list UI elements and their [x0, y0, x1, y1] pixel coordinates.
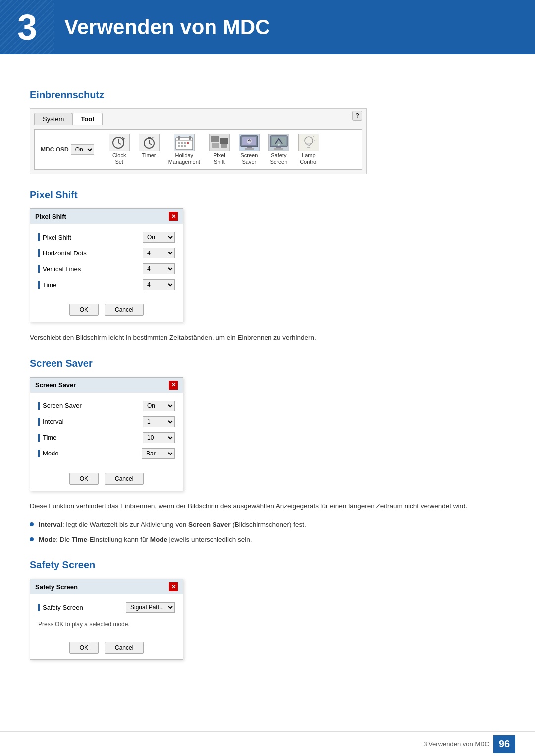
pixel-shift-row-0: Pixel Shift OnOff: [38, 232, 175, 243]
svg-rect-23: [221, 144, 227, 148]
lamp-control-icon-item[interactable]: Lamp Control: [298, 134, 319, 165]
safety-screen-title-bar: Safety Screen ✕: [30, 579, 183, 594]
screen-saver-close-button[interactable]: ✕: [169, 381, 178, 390]
screen-saver-footer: OK Cancel: [30, 469, 183, 491]
safety-screen-field-0: Safety Screen: [43, 604, 83, 611]
pixel-shift-icon: [209, 134, 230, 151]
screen-saver-dialog: Screen Saver ✕ Screen Saver OnOff Interv…: [30, 377, 183, 491]
mode-bold-2: Mode: [150, 536, 167, 543]
bullet-dot-2: [30, 537, 34, 541]
page-header: 3 Verwenden von MDC: [0, 0, 535, 54]
pixel-shift-cancel-button[interactable]: Cancel: [105, 304, 144, 316]
pixel-shift-close-button[interactable]: ✕: [169, 212, 178, 221]
timer-icon: [139, 134, 160, 151]
svg-rect-13: [178, 142, 180, 144]
svg-point-31: [278, 144, 280, 146]
pixel-shift-heading: Pixel Shift: [30, 189, 505, 201]
clock-set-label: Clock Set: [112, 152, 126, 165]
pixel-shift-content: Pixel Shift OnOff Horizontal Dots 4812: [30, 224, 183, 300]
svg-rect-12: [189, 136, 191, 140]
svg-rect-33: [274, 148, 283, 150]
screen-saver-field-3: Mode: [43, 450, 59, 457]
safety-screen-close-button[interactable]: ✕: [169, 582, 178, 591]
screen-saver-heading: Screen Saver: [30, 358, 505, 369]
pixel-shift-row-2: Vertical Lines 4812: [38, 263, 175, 274]
safety-screen-ok-button[interactable]: OK: [69, 642, 99, 654]
chapter-number: 3: [17, 7, 37, 48]
pixel-shift-select-1[interactable]: 4812: [143, 248, 175, 258]
pixel-shift-row-1: Horizontal Dots 4812: [38, 248, 175, 258]
clock-set-icon-item[interactable]: Clock Set: [109, 134, 130, 165]
clock-set-icon: [109, 134, 130, 151]
pixel-shift-ok-button[interactable]: OK: [69, 304, 99, 316]
toolbar-tabs: System Tool: [34, 113, 362, 125]
pixel-shift-icon-item[interactable]: Pixel Shift: [209, 134, 230, 165]
svg-rect-18: [181, 145, 183, 147]
help-button[interactable]: ?: [352, 111, 362, 121]
label-bar-2: [38, 265, 40, 273]
screen-saver-label: Screen Saver: [240, 152, 258, 165]
svg-rect-14: [181, 142, 183, 144]
screen-saver-cancel-button[interactable]: Cancel: [105, 473, 144, 485]
tab-tool[interactable]: Tool: [72, 113, 102, 125]
svg-rect-20: [211, 136, 219, 142]
safety-screen-select-0[interactable]: Signal Patt... Scroll Gradation: [126, 602, 175, 613]
pixel-shift-dialog-title: Pixel Shift: [35, 213, 66, 220]
screen-saver-row-1: Interval 123: [38, 416, 175, 427]
screen-saver-ok-button[interactable]: OK: [69, 473, 99, 485]
pixel-shift-field-label-1: Horizontal Dots: [43, 250, 87, 257]
mdc-osd-select[interactable]: On Off: [71, 144, 94, 155]
screen-saver-icon: [239, 134, 260, 151]
svg-rect-19: [184, 145, 186, 147]
safety-screen-heading: Safety Screen: [30, 559, 505, 571]
holiday-icon: [174, 134, 195, 151]
screen-saver-field-2: Time: [43, 434, 56, 441]
safety-screen-row-0: Safety Screen Signal Patt... Scroll Grad…: [38, 602, 175, 613]
screen-saver-description: Diese Funktion verhindert das Einbrennen…: [30, 501, 505, 512]
pixel-shift-label-2: Vertical Lines: [38, 265, 81, 273]
safety-screen-dialog-title: Safety Screen: [35, 583, 78, 591]
holiday-icon-item[interactable]: Holiday Management: [168, 134, 200, 165]
holiday-label: Holiday Management: [168, 152, 200, 165]
pixel-shift-footer: OK Cancel: [30, 300, 183, 322]
mode-bold: Mode: [39, 536, 56, 543]
timer-icon-item[interactable]: Timer: [139, 134, 160, 165]
bullet-interval: Interval: legt die Wartezeit bis zur Akt…: [30, 520, 505, 530]
screen-saver-select-3[interactable]: BarFadeRolling: [142, 448, 175, 459]
pixel-shift-field-label-2: Vertical Lines: [43, 265, 81, 273]
svg-line-2: [118, 143, 121, 144]
svg-rect-22: [212, 143, 219, 148]
screen-saver-row-0: Screen Saver OnOff: [38, 401, 175, 411]
pixel-shift-title-bar: Pixel Shift ✕: [30, 209, 183, 224]
screen-saver-icon-item[interactable]: Screen Saver: [239, 134, 260, 165]
svg-rect-16: [187, 142, 189, 144]
svg-line-6: [149, 143, 152, 145]
pixel-shift-select-3[interactable]: 4812: [143, 279, 175, 290]
safety-screen-icon-item[interactable]: Safety Screen: [268, 134, 289, 165]
lamp-control-label: Lamp Control: [300, 152, 317, 165]
tab-system[interactable]: System: [34, 113, 72, 125]
bullet-interval-text: Interval: legt die Wartezeit bis zur Akt…: [39, 520, 306, 530]
pixel-shift-label: Pixel Shift: [214, 152, 225, 165]
svg-rect-21: [220, 138, 228, 144]
pixel-shift-select-0[interactable]: OnOff: [143, 232, 175, 243]
pixel-shift-field-label-0: Pixel Shift: [43, 234, 71, 241]
pixel-shift-field-label-3: Time: [43, 281, 56, 289]
screen-saver-title-bar: Screen Saver ✕: [30, 378, 183, 393]
label-bar-3: [38, 281, 40, 289]
screen-saver-select-2[interactable]: 102030: [143, 432, 175, 443]
footer-page-info: 3 Verwenden von MDC 96: [423, 735, 515, 753]
page-title: Verwenden von MDC: [54, 15, 270, 39]
pixel-shift-select-2[interactable]: 4812: [143, 263, 175, 274]
page-number-badge: 96: [493, 735, 515, 753]
safety-screen-cancel-button[interactable]: Cancel: [105, 642, 144, 654]
time-bold: Time: [72, 536, 87, 543]
screen-saver-dialog-title: Screen Saver: [35, 381, 76, 389]
screen-saver-select-0[interactable]: OnOff: [143, 401, 175, 411]
footer-chapter-text: 3 Verwenden von MDC: [423, 740, 489, 748]
screen-saver-row-2: Time 102030: [38, 432, 175, 443]
bullet-dot-1: [30, 522, 34, 526]
chapter-number-box: 3: [0, 0, 54, 54]
screen-saver-select-1[interactable]: 123: [143, 416, 175, 427]
svg-rect-27: [245, 148, 254, 150]
